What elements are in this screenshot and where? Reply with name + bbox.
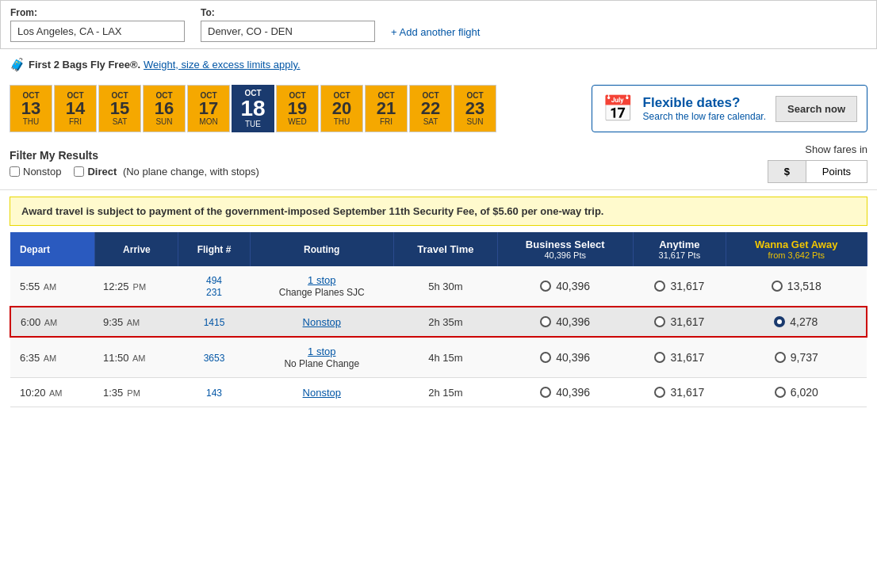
filter-section: Filter My Results Nonstop Direct (No pla… <box>0 137 877 190</box>
business-radio[interactable] <box>540 352 551 363</box>
routing: Nonstop <box>250 378 393 407</box>
business-radio[interactable] <box>540 387 551 398</box>
calendar-row: OCT 13 THU OCT 14 FRI OCT 15 SAT OCT 16 … <box>0 80 877 137</box>
depart-time: 5:55 AM <box>10 266 95 307</box>
routing: Nonstop <box>250 307 393 337</box>
business-radio[interactable] <box>540 281 551 292</box>
calendar-day-14[interactable]: OCT 14 FRI <box>54 85 97 132</box>
col-header-anytime: Anytime 31,617 Pts <box>633 232 726 266</box>
calendar-day-22[interactable]: OCT 22 SAT <box>409 85 452 132</box>
points-fare-button[interactable]: Points <box>806 161 867 182</box>
wanna-pts[interactable]: 13,518 <box>726 266 867 307</box>
flexible-title: Flexible dates? <box>643 95 766 111</box>
from-input[interactable] <box>10 21 185 42</box>
fare-toggle: $ Points <box>768 160 867 183</box>
bags-link[interactable]: Weight, size & excess limits apply. <box>144 59 300 71</box>
routing: 1 stopChange Planes SJC <box>250 266 393 307</box>
anytime-radio[interactable] <box>654 281 665 292</box>
nonstop-checkbox[interactable] <box>10 166 20 177</box>
search-section: From: To: + Add another flight <box>0 0 877 49</box>
flight-number: 3653 <box>178 337 250 378</box>
flight-number: 143 <box>178 378 250 407</box>
depart-time: 6:00 AM <box>10 307 95 337</box>
direct-label: Direct (No plane change, with stops) <box>87 166 259 178</box>
search-now-button[interactable]: Search now <box>776 96 857 122</box>
bags-icon: 🧳 <box>10 57 25 72</box>
business-select-pts[interactable]: 40,396 <box>497 337 633 378</box>
col-header-travel: Travel Time <box>393 232 497 266</box>
anytime-radio[interactable] <box>654 316 665 327</box>
arrive-time: 12:25 PM <box>95 266 178 307</box>
table-row[interactable]: 6:35 AM 11:50 AM 3653 1 stopNo Plane Cha… <box>10 337 867 378</box>
dollar-fare-button[interactable]: $ <box>768 161 806 182</box>
col-header-arrive: Arrive <box>95 232 178 266</box>
from-field-group: From: <box>10 7 185 42</box>
show-fares-section: Show fares in $ Points <box>768 143 867 183</box>
calendar-icon: 📅 <box>602 94 634 124</box>
anytime-radio[interactable] <box>654 387 665 398</box>
calendar-day-21[interactable]: OCT 21 FRI <box>365 85 408 132</box>
anytime-pts[interactable]: 31,617 <box>633 266 726 307</box>
anytime-pts[interactable]: 31,617 <box>633 307 726 337</box>
flight-number: 494231 <box>178 266 250 307</box>
to-field-group: To: <box>201 7 375 42</box>
table-header-row: Depart Arrive Flight # Routing Travel Ti… <box>10 232 867 266</box>
col-header-depart: Depart <box>10 232 95 266</box>
calendar-day-20[interactable]: OCT 20 THU <box>320 85 363 132</box>
arrive-time: 1:35 PM <box>95 378 178 407</box>
flexible-dates-box: 📅 Flexible dates? Search the low fare ca… <box>592 85 867 132</box>
results-table-wrapper: Depart Arrive Flight # Routing Travel Ti… <box>0 232 877 423</box>
results-table: Depart Arrive Flight # Routing Travel Ti… <box>10 232 867 407</box>
depart-time: 10:20 AM <box>10 378 95 407</box>
calendar-day-15[interactable]: OCT 15 SAT <box>98 85 141 132</box>
col-header-flight: Flight # <box>178 232 250 266</box>
notice-box: Award travel is subject to payment of th… <box>10 197 867 226</box>
calendar-day-23[interactable]: OCT 23 SUN <box>454 85 496 132</box>
anytime-pts[interactable]: 31,617 <box>633 378 726 407</box>
anytime-radio[interactable] <box>654 352 665 363</box>
calendar-day-16[interactable]: OCT 16 SUN <box>143 85 186 132</box>
add-flight-link[interactable]: + Add another flight <box>391 26 480 38</box>
table-row[interactable]: 10:20 AM 1:35 PM 143 Nonstop 2h 15m 40,3… <box>10 378 867 407</box>
nonstop-label: Nonstop <box>23 166 61 178</box>
wanna-pts[interactable]: 6,020 <box>726 378 867 407</box>
table-row[interactable]: 5:55 AM 12:25 PM 494231 1 stopChange Pla… <box>10 266 867 307</box>
col-header-routing: Routing <box>250 232 393 266</box>
wanna-radio[interactable] <box>772 281 783 292</box>
travel-time: 2h 15m <box>393 378 497 407</box>
wanna-radio[interactable] <box>774 316 785 327</box>
wanna-radio[interactable] <box>775 352 786 363</box>
business-radio[interactable] <box>540 316 551 327</box>
flexible-text: Flexible dates? Search the low fare cale… <box>643 95 766 122</box>
nonstop-filter: Nonstop <box>10 166 61 178</box>
to-input[interactable] <box>201 21 375 42</box>
table-row[interactable]: 6:00 AM 9:35 AM 1415 Nonstop 2h 35m 40,3… <box>10 307 867 337</box>
calendar-day-18[interactable]: OCT 18 TUE <box>232 85 274 132</box>
flight-number: 1415 <box>178 307 250 337</box>
wanna-pts[interactable]: 9,737 <box>726 337 867 378</box>
travel-time: 2h 35m <box>393 307 497 337</box>
anytime-pts[interactable]: 31,617 <box>633 337 726 378</box>
arrive-time: 11:50 AM <box>95 337 178 378</box>
business-select-pts[interactable]: 40,396 <box>497 307 633 337</box>
direct-filter: Direct (No plane change, with stops) <box>74 166 259 178</box>
filter-left: Filter My Results Nonstop Direct (No pla… <box>10 149 259 178</box>
business-select-pts[interactable]: 40,396 <box>497 378 633 407</box>
calendar-day-19[interactable]: OCT 19 WED <box>276 85 319 132</box>
business-select-pts[interactable]: 40,396 <box>497 266 633 307</box>
flexible-subtitle: Search the low fare calendar. <box>643 111 766 122</box>
routing: 1 stopNo Plane Change <box>250 337 393 378</box>
calendar-day-17[interactable]: OCT 17 MON <box>187 85 230 132</box>
travel-time: 5h 30m <box>393 266 497 307</box>
show-fares-label: Show fares in <box>805 143 867 155</box>
arrive-time: 9:35 AM <box>95 307 178 337</box>
direct-checkbox[interactable] <box>74 166 84 177</box>
filter-options: Nonstop Direct (No plane change, with st… <box>10 166 259 178</box>
col-header-wanna: Wanna Get Away from 3,642 Pts <box>726 232 867 266</box>
col-header-business: Business Select 40,396 Pts <box>497 232 633 266</box>
calendar-day-13[interactable]: OCT 13 THU <box>10 85 52 132</box>
from-label: From: <box>10 7 185 18</box>
wanna-radio[interactable] <box>775 387 786 398</box>
filter-title: Filter My Results <box>10 149 259 162</box>
wanna-pts[interactable]: 4,278 <box>726 307 867 337</box>
